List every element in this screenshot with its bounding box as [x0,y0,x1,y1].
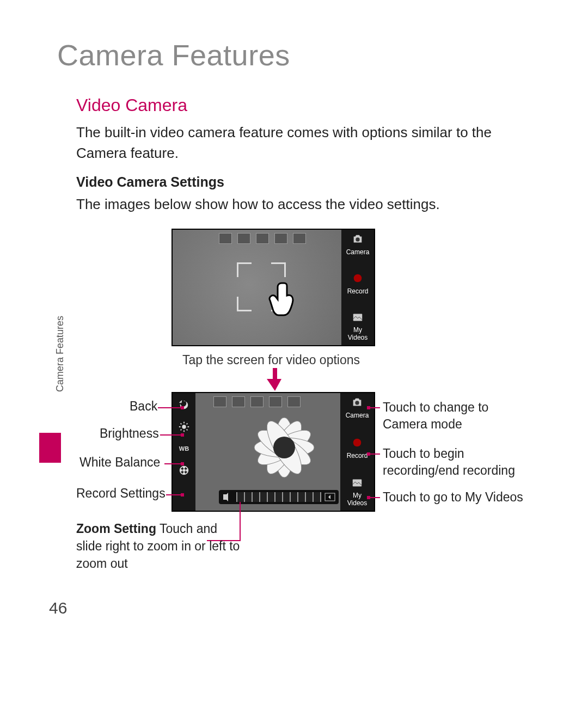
page-number: 46 [49,599,67,617]
status-icon [287,396,301,407]
callout-back: Back [130,399,157,414]
my-videos-label-2: Videos [348,334,367,342]
record-label: Record [347,452,368,460]
my-videos-label-1: My [347,492,367,500]
my-videos-button[interactable]: My Videos [347,477,367,507]
camera-label: Camera [346,412,369,420]
callout-line [164,463,184,464]
callout-line [367,497,380,498]
back-button[interactable] [177,399,191,412]
screenshot-video-viewfinder: Camera Record My Videos [171,229,375,346]
camera-mode-button[interactable]: Camera [346,396,369,420]
callout-line [166,494,184,495]
svg-point-19 [353,438,362,446]
svg-point-6 [183,467,185,468]
down-arrow-icon [267,368,283,391]
status-icon [213,396,226,407]
callout-record: Touch to begin recording/end recording [383,445,524,479]
screenshot-video-options: WB [171,392,375,512]
callout-white-balance: White Balance [79,455,160,470]
subsection-intro: The images below show how to access the … [76,196,440,213]
svg-point-8 [180,470,182,471]
right-button-bar: Camera Record My Videos [341,230,374,345]
settings-reel-icon [178,464,190,476]
callout-record-settings: Record Settings [76,486,166,501]
record-icon [351,437,363,449]
camera-icon [351,396,363,408]
section-heading: Video Camera [76,95,187,115]
my-videos-label-1: My [348,327,367,334]
tap-hand-icon [268,280,301,318]
page-title: Camera Features [57,38,290,72]
status-icon [232,396,245,407]
manual-page: Camera Features Video Camera The built-i… [0,0,588,705]
side-tab-label: Camera Features [54,316,66,392]
status-icon [256,233,269,244]
side-tab-marker [39,433,61,463]
callout-brightness: Brightness [100,426,159,441]
camera-mode-button[interactable]: Camera [346,233,370,256]
gallery-icon [351,477,363,489]
status-icon [237,233,250,244]
my-videos-label-2: Videos [347,500,367,507]
callout-zoom: Zoom Setting Touch and slide right to zo… [76,520,245,573]
record-button[interactable]: Record [347,272,369,296]
status-icon [274,233,287,244]
subsection-heading: Video Camera Settings [76,174,224,190]
viewfinder-subject [232,407,336,488]
callout-line [158,407,184,408]
record-settings-button[interactable] [177,464,191,477]
callout-line [160,434,184,436]
callout-camera-mode: Touch to change to Camera mode [383,399,524,433]
screenshot1-caption: Tap the screen for video options [182,353,360,367]
status-icon [250,396,264,407]
camera-label: Camera [346,249,370,256]
svg-point-1 [354,274,362,282]
camera-icon [352,233,364,245]
left-button-bar: WB [173,393,195,511]
svg-point-3 [182,425,186,428]
brightness-icon [178,421,190,433]
callout-line [367,453,380,455]
svg-point-18 [355,401,359,404]
svg-point-0 [356,237,359,241]
status-icon [269,396,282,407]
svg-point-16 [273,437,295,458]
callout-my-videos: Touch to go to My Videos [383,489,523,506]
zoom-out-icon [222,493,233,501]
status-icon [219,233,232,244]
top-status-icons [213,396,301,407]
right-button-bar: Camera Record My Videos [340,393,374,511]
record-label: Record [347,288,369,296]
my-videos-button[interactable]: My Videos [348,311,367,342]
brightness-button[interactable] [177,420,191,433]
svg-point-9 [186,470,188,471]
svg-point-5 [183,469,185,471]
gallery-icon [352,311,364,323]
back-arrow-icon [178,399,190,411]
callout-line [367,407,380,408]
top-status-icons [219,233,306,244]
white-balance-button[interactable]: WB [177,442,191,455]
zoom-scale [236,492,321,502]
svg-point-7 [183,473,185,474]
zoom-slider[interactable] [219,490,339,504]
record-icon [352,272,364,284]
zoom-in-icon [324,493,335,501]
side-tab: Camera Features [54,316,68,436]
intro-paragraph: The built-in video camera feature comes … [76,122,512,163]
zoom-bold: Zoom Setting [76,522,156,536]
status-icon [293,233,306,244]
record-button[interactable]: Record [347,437,368,460]
